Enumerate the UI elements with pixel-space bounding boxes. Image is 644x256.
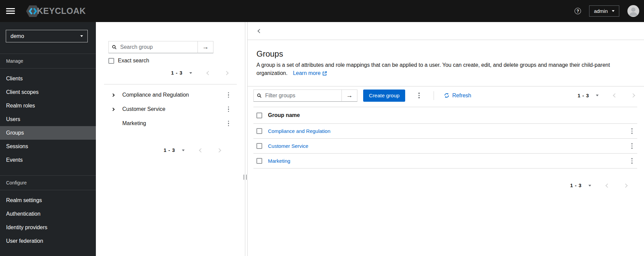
masthead: KEYCLOAK ? admin [0,0,644,22]
row-checkbox[interactable] [256,128,262,134]
group-link[interactable]: Customer Service [268,143,308,149]
search-icon [112,45,117,50]
chevron-down-icon[interactable] [189,72,192,74]
exact-search-label: Exact search [118,58,149,64]
learn-more-link[interactable]: Learn more [293,70,327,76]
page-description: A group is a set of attributes and role … [256,61,626,77]
chevron-down-icon[interactable] [182,150,185,151]
group-tree-panel: → Exact search 1 - 3 Compliance and Regu… [96,22,245,256]
select-all-checkbox[interactable] [256,113,262,118]
row-kebab-menu-icon[interactable] [630,142,634,150]
next-page-button[interactable] [631,94,635,97]
column-header-group-name: Group name [268,112,637,118]
hamburger-menu-icon[interactable] [6,7,15,15]
sidebar-item-realm-settings[interactable]: Realm settings [0,194,96,207]
sidebar-item-clients[interactable]: Clients [0,72,96,85]
refresh-icon [444,93,449,98]
pagination-range[interactable]: 1 - 3 [164,147,175,153]
tree-item: Marketing [96,116,245,131]
tree-item-label[interactable]: Compliance and Regulation [122,92,227,98]
user-dropdown-label: admin [594,8,608,14]
row-checkbox[interactable] [256,158,262,164]
divider [104,84,237,84]
sidebar-item-groups[interactable]: Groups [0,126,96,140]
nav-section-title-manage: Manage [0,54,96,68]
pagination-range[interactable]: 1 - 3 [171,70,183,76]
filter-groups-submit-button[interactable]: → [341,90,357,102]
brand-text: KEYCLOAK [37,6,86,16]
group-tree: Compliance and Regulation Customer Servi… [96,88,245,131]
sidebar-item-user-federation[interactable]: User federation [0,234,96,248]
tree-pagination-top: 1 - 3 [96,67,245,79]
chevron-down-icon [612,10,615,12]
row-checkbox[interactable] [256,143,262,149]
table-row: Customer Service [253,139,637,154]
table-toolbar: → Create group Refresh 1 - 3 [253,89,637,102]
toolbar-kebab-menu-icon[interactable] [417,92,421,99]
chevron-down-icon [80,35,83,37]
tree-item-label[interactable]: Marketing [122,120,227,126]
sidebar-item-realm-roles[interactable]: Realm roles [0,99,96,113]
sidebar-item-events[interactable]: Events [0,153,96,167]
user-silhouette-icon [627,5,639,17]
toolbar-divider [434,91,434,100]
next-page-button[interactable] [624,184,627,187]
groups-table: Group name Compliance and Regulation Cus… [253,107,637,169]
tree-pagination-bottom: 1 - 3 [96,144,245,156]
table-header-row: Group name [253,107,637,124]
table-pagination-bottom: 1 - 3 [253,179,637,192]
group-search-input[interactable] [120,44,194,51]
create-group-button[interactable]: Create group [363,90,405,102]
panel-resize-handle[interactable] [244,175,247,180]
table-pagination-top: 1 - 3 [578,90,635,102]
tree-item-label[interactable]: Customer Service [122,106,227,112]
group-link[interactable]: Compliance and Regulation [268,128,330,134]
back-button[interactable] [257,28,263,34]
previous-page-button[interactable] [614,94,617,97]
previous-page-button[interactable] [207,72,210,75]
group-search-submit-button[interactable]: → [198,41,213,53]
realm-selector[interactable]: demo [6,30,88,42]
previous-page-button[interactable] [200,149,203,152]
refresh-button[interactable]: Refresh [444,93,471,99]
next-page-button[interactable] [225,72,228,75]
tree-item: Compliance and Regulation [96,88,245,102]
keycloak-logo: KEYCLOAK [26,5,86,18]
tree-item: Customer Service [96,102,245,116]
realm-selector-value: demo [11,33,24,39]
chevron-down-icon[interactable] [596,95,599,96]
row-kebab-menu-icon[interactable] [630,127,634,135]
sidebar-item-authentication[interactable]: Authentication [0,207,96,221]
help-icon[interactable]: ? [575,8,581,14]
learn-more-label: Learn more [293,70,321,76]
user-dropdown[interactable]: admin [589,5,619,17]
sidebar-item-users[interactable]: Users [0,113,96,126]
kebab-menu-icon[interactable] [227,91,230,99]
avatar[interactable] [627,5,639,17]
search-icon [257,93,262,98]
previous-page-button[interactable] [606,184,609,187]
group-link[interactable]: Marketing [268,158,290,164]
filter-groups-input[interactable] [265,92,338,99]
sidebar-item-client-scopes[interactable]: Client scopes [0,85,96,99]
sidebar-nav: demo Manage Clients Client scopes Realm … [0,22,96,256]
page-title: Groups [256,50,626,58]
expand-toggle-icon[interactable] [110,94,116,96]
row-kebab-menu-icon[interactable] [630,157,634,165]
kebab-menu-icon[interactable] [227,120,230,127]
main-content: Groups A group is a set of attributes an… [247,22,644,256]
pagination-range[interactable]: 1 - 3 [570,183,582,188]
sidebar-item-sessions[interactable]: Sessions [0,140,96,153]
pagination-range[interactable]: 1 - 3 [578,93,589,98]
kebab-menu-icon[interactable] [227,105,230,113]
chevron-down-icon[interactable] [588,185,591,186]
group-search-box [108,41,198,53]
nav-section-title-configure: Configure [0,175,96,190]
sidebar-item-identity-providers[interactable]: Identity providers [0,221,96,234]
filter-groups-box [253,90,342,102]
next-page-button[interactable] [217,149,221,152]
table-row: Compliance and Regulation [253,124,637,139]
expand-toggle-icon[interactable] [110,108,116,111]
exact-search-checkbox[interactable] [108,58,114,64]
groups-table-card: → Create group Refresh 1 - 3 [248,86,644,192]
